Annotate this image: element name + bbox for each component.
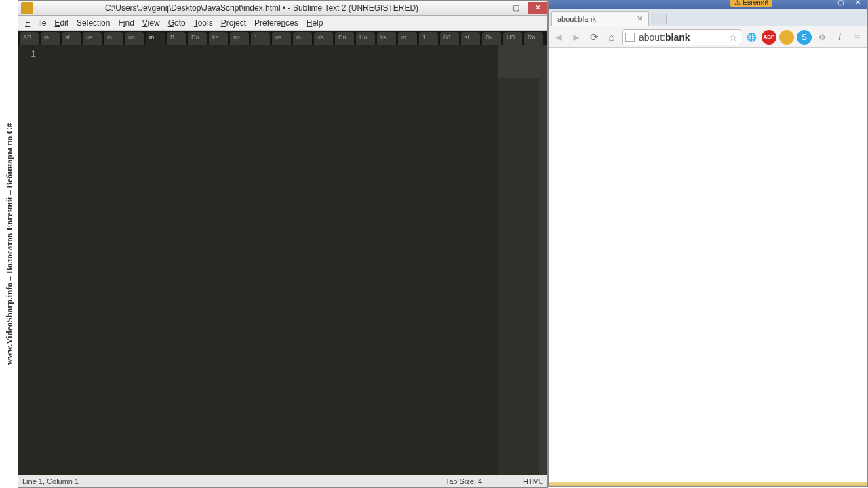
minimap-viewport — [498, 45, 539, 78]
tab-bar: ABinstusinuninBПоkeпр1.usin<sПиНоlisin1.… — [18, 30, 547, 45]
gutter: 1 — [18, 45, 41, 475]
browser-window: ⚠Евгений — ▢ ✕ about:blank ✕ ◄ ► ⟳ ⌂ abo… — [548, 0, 868, 487]
minimize-button[interactable]: — — [488, 2, 507, 14]
file-tab[interactable]: пр — [230, 32, 249, 45]
extension-gear-icon[interactable]: ⚙ — [814, 30, 829, 45]
extension-cookie-icon[interactable] — [779, 30, 794, 45]
new-tab-button[interactable] — [652, 14, 667, 24]
menu-find[interactable]: Find — [114, 18, 138, 28]
watermark-text: www.VideoSharp.info – Волосатов Евгений … — [3, 123, 14, 365]
tab-close-icon[interactable]: ✕ — [637, 14, 643, 23]
file-tab[interactable]: us — [272, 32, 291, 45]
file-tab[interactable]: US — [503, 32, 522, 45]
menu-help[interactable]: Help — [302, 18, 328, 28]
file-tab[interactable]: B — [167, 32, 186, 45]
menu-tools[interactable]: Tools — [190, 18, 217, 28]
file-tab[interactable]: st — [62, 32, 81, 45]
browser-tab-title: about:blank — [557, 15, 596, 23]
vertical-scrollbar[interactable] — [539, 45, 547, 475]
close-button[interactable]: ✕ — [528, 2, 547, 14]
text-cursor — [44, 48, 45, 59]
bookmark-star-icon[interactable]: ☆ — [729, 32, 738, 43]
editor-area: 1 — [18, 45, 547, 475]
menubar: File Edit Selection Find View Goto Tools… — [18, 16, 547, 30]
window-title: C:\Users\Jevgenij\Desktop\JavaScript\ind… — [36, 3, 488, 13]
file-tab[interactable]: in — [146, 32, 165, 45]
menu-project[interactable]: Project — [217, 18, 250, 28]
file-tab[interactable]: Но — [356, 32, 375, 45]
file-tab[interactable]: Ra — [524, 32, 543, 45]
url-scheme: about: — [639, 32, 665, 43]
file-tab[interactable]: in — [293, 32, 312, 45]
file-tab[interactable]: 1. — [419, 32, 438, 45]
browser-menu-button[interactable]: ≡ — [850, 30, 865, 45]
status-bar: Line 1, Column 1 Tab Size: 4 HTML — [18, 475, 547, 487]
menu-edit[interactable]: Edit — [50, 18, 73, 28]
minimap[interactable] — [498, 45, 539, 475]
maximize-button[interactable]: ▢ — [507, 2, 526, 14]
file-tab[interactable]: 1. — [251, 32, 270, 45]
browser-tab[interactable]: about:blank ✕ — [551, 11, 649, 26]
status-position[interactable]: Line 1, Column 1 — [22, 477, 446, 485]
menu-goto[interactable]: Goto — [164, 18, 190, 28]
browser-close-button[interactable]: ✕ — [850, 0, 866, 7]
titlebar[interactable]: C:\Users\Jevgenij\Desktop\JavaScript\ind… — [18, 1, 547, 16]
menu-selection[interactable]: Selection — [73, 18, 114, 28]
file-tab[interactable]: un — [125, 32, 144, 45]
home-button[interactable]: ⌂ — [604, 30, 619, 45]
file-tab[interactable]: in — [398, 32, 417, 45]
warning-icon: ⚠ — [734, 0, 741, 6]
status-syntax[interactable]: HTML — [523, 477, 543, 485]
taskbar-sliver — [549, 482, 867, 486]
url-bar[interactable]: about:blank ☆ — [622, 29, 741, 45]
menu-preferences[interactable]: Preferences — [250, 18, 302, 28]
extension-info-icon[interactable]: i — [832, 30, 847, 45]
file-tab[interactable]: Пи — [335, 32, 354, 45]
browser-toolbar: ◄ ► ⟳ ⌂ about:blank ☆ 🌐 ABP S ⚙ i ≡ — [549, 26, 867, 48]
reload-button[interactable]: ⟳ — [587, 30, 601, 45]
browser-minimize-button[interactable]: — — [814, 0, 831, 7]
file-tab[interactable]: lis — [377, 32, 396, 45]
browser-maximize-button[interactable]: ▢ — [832, 0, 848, 7]
file-tab[interactable]: <s — [314, 32, 333, 45]
sublime-window: C:\Users\Jevgenij\Desktop\JavaScript\ind… — [18, 0, 548, 488]
forward-button[interactable]: ► — [569, 30, 584, 45]
file-tab[interactable]: st — [461, 32, 480, 45]
file-tab[interactable]: Вь — [482, 32, 501, 45]
file-tab[interactable]: 88 — [440, 32, 459, 45]
line-number: 1 — [18, 48, 36, 59]
app-icon — [21, 2, 33, 14]
file-tab[interactable]: AB — [20, 32, 39, 45]
file-tab[interactable]: По — [188, 32, 207, 45]
browser-tab-strip: about:blank ✕ — [549, 9, 867, 26]
url-host: blank — [665, 32, 690, 43]
page-icon — [625, 33, 635, 42]
user-badge[interactable]: ⚠Евгений — [730, 0, 772, 7]
watermark-strip: www.VideoSharp.info – Волосатов Евгений … — [0, 0, 18, 488]
file-tab[interactable]: in — [104, 32, 123, 45]
browser-titlebar[interactable]: ⚠Евгений — ▢ ✕ — [549, 0, 867, 9]
menu-file[interactable]: File — [21, 18, 50, 28]
menu-view[interactable]: View — [138, 18, 164, 28]
file-tab[interactable]: ke — [209, 32, 228, 45]
back-button[interactable]: ◄ — [551, 30, 566, 45]
file-tab[interactable]: us — [83, 32, 102, 45]
status-tabsize[interactable]: Tab Size: 4 — [446, 477, 482, 485]
browser-viewport[interactable] — [549, 48, 867, 482]
extension-skype-icon[interactable]: S — [797, 30, 812, 45]
extension-globe-icon[interactable]: 🌐 — [744, 30, 759, 45]
code-area[interactable] — [41, 45, 498, 475]
file-tab[interactable]: in — [41, 32, 60, 45]
extension-abp-icon[interactable]: ABP — [762, 30, 776, 45]
